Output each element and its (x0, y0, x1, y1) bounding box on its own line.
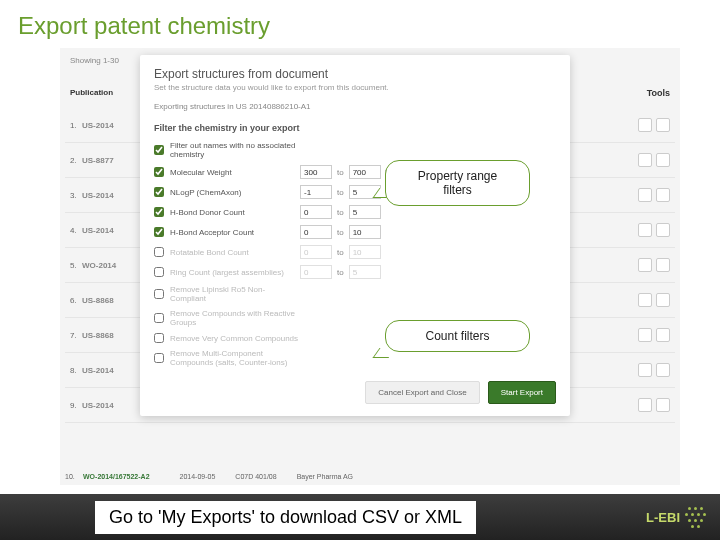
filter-to-input[interactable]: 700 (349, 165, 381, 179)
filter-section-label: Filter the chemistry in your export (154, 123, 556, 133)
filter-label: Ring Count (largest assemblies) (170, 268, 300, 277)
download-icon[interactable] (656, 363, 670, 377)
modal-title: Export structures from document (154, 67, 556, 81)
filter-checkbox[interactable] (154, 353, 164, 363)
filter-label: H-Bond Acceptor Count (170, 228, 300, 237)
ebi-logo: L-EBI (646, 505, 708, 529)
export-icon[interactable] (638, 293, 652, 307)
filter-checkbox[interactable] (154, 333, 164, 343)
filter-label: Remove Compounds with Reactive Groups (170, 309, 300, 327)
filter-from-input[interactable]: 0 (300, 205, 332, 219)
publication-header: Publication (70, 88, 113, 97)
filter-row: Filter out names with no associated chem… (154, 141, 556, 159)
export-icon[interactable] (638, 328, 652, 342)
filter-checkbox[interactable] (154, 247, 164, 257)
filter-row: H-Bond Donor Count0to5 (154, 205, 556, 219)
filter-label: Filter out names with no associated chem… (170, 141, 300, 159)
export-icon[interactable] (638, 153, 652, 167)
filter-checkbox[interactable] (154, 187, 164, 197)
filter-from-input[interactable]: 300 (300, 165, 332, 179)
download-icon[interactable] (656, 223, 670, 237)
filter-label: Remove Multi-Component Compounds (salts,… (170, 349, 300, 367)
page-title: Export patent chemistry (0, 0, 720, 48)
export-icon[interactable] (638, 223, 652, 237)
property-range-callout: Property range filters (385, 160, 530, 206)
download-icon[interactable] (656, 293, 670, 307)
filter-label: Rotatable Bond Count (170, 248, 300, 257)
count-filters-callout: Count filters (385, 320, 530, 352)
export-icon[interactable] (638, 398, 652, 412)
filter-label: NLogP (ChemAxon) (170, 188, 300, 197)
filter-to-input[interactable]: 5 (349, 205, 381, 219)
filter-from-input[interactable]: 0 (300, 265, 332, 279)
filter-checkbox[interactable] (154, 207, 164, 217)
filter-to-input[interactable]: 5 (349, 265, 381, 279)
modal-export-line: Exporting structures in US 20140886210-A… (154, 102, 556, 111)
filter-label: Remove Lipinski Ro5 Non-Compliant (170, 285, 300, 303)
download-icon[interactable] (656, 188, 670, 202)
filter-from-input[interactable]: 0 (300, 245, 332, 259)
filter-checkbox[interactable] (154, 167, 164, 177)
filter-from-input[interactable]: -1 (300, 185, 332, 199)
filter-to-input[interactable]: 10 (349, 225, 381, 239)
bottom-bar: Go to 'My Exports' to download CSV or XM… (0, 494, 720, 540)
filter-checkbox[interactable] (154, 145, 164, 155)
result-row-10: 10. WO-2014/167522-A2 2014-09-05 C07D 40… (65, 469, 675, 483)
download-icon[interactable] (656, 258, 670, 272)
start-export-button[interactable]: Start Export (488, 381, 556, 404)
filter-from-input[interactable]: 0 (300, 225, 332, 239)
ebi-dots-icon (684, 505, 708, 529)
export-icon[interactable] (638, 188, 652, 202)
filter-label: Molecular Weight (170, 168, 300, 177)
export-icon[interactable] (638, 363, 652, 377)
filter-row: H-Bond Acceptor Count0to10 (154, 225, 556, 239)
tools-header: Tools (647, 88, 670, 98)
filter-row: Ring Count (largest assemblies)0to5 (154, 265, 556, 279)
filter-label: Remove Very Common Compounds (170, 334, 300, 343)
filter-checkbox[interactable] (154, 267, 164, 277)
filter-label: H-Bond Donor Count (170, 208, 300, 217)
export-icon[interactable] (638, 258, 652, 272)
cancel-button[interactable]: Cancel Export and Close (365, 381, 480, 404)
download-icon[interactable] (656, 328, 670, 342)
filter-checkbox[interactable] (154, 227, 164, 237)
showing-text: Showing 1-30 (70, 56, 119, 65)
filter-checkbox[interactable] (154, 313, 164, 323)
download-icon[interactable] (656, 398, 670, 412)
modal-subtitle: Set the structure data you would like to… (154, 83, 556, 92)
download-icon[interactable] (656, 153, 670, 167)
filter-row: Rotatable Bond Count0to10 (154, 245, 556, 259)
export-icon[interactable] (638, 118, 652, 132)
filter-row: Remove Lipinski Ro5 Non-Compliant (154, 285, 556, 303)
download-icon[interactable] (656, 118, 670, 132)
ebi-logo-text: L-EBI (646, 510, 680, 525)
export-modal: Export structures from document Set the … (140, 55, 570, 416)
bottom-caption: Go to 'My Exports' to download CSV or XM… (95, 501, 476, 534)
filter-checkbox[interactable] (154, 289, 164, 299)
filter-to-input[interactable]: 10 (349, 245, 381, 259)
